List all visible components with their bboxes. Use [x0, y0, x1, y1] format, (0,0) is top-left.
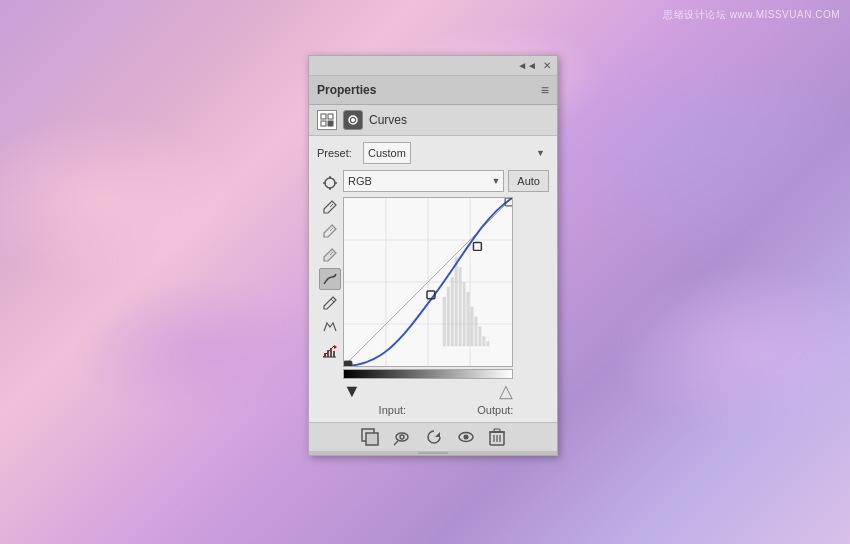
- svg-line-14: [331, 299, 334, 302]
- collapse-left-icon[interactable]: ◄◄: [517, 60, 537, 71]
- eyedropper-black-tool[interactable]: [319, 196, 341, 218]
- svg-rect-34: [470, 307, 473, 347]
- svg-rect-41: [473, 242, 481, 250]
- pencil-draw-tool[interactable]: [319, 292, 341, 314]
- view-previous-icon[interactable]: [393, 428, 411, 446]
- svg-line-12: [330, 228, 333, 231]
- preset-select[interactable]: Custom: [363, 142, 411, 164]
- preset-label: Preset:: [317, 147, 357, 159]
- svg-rect-0: [321, 114, 326, 119]
- target-adjust-tool[interactable]: [319, 172, 341, 194]
- svg-rect-30: [455, 257, 458, 346]
- panel-grip: [309, 451, 557, 455]
- adjustment-icon-box: [317, 110, 337, 130]
- panel-title: Properties: [317, 83, 376, 97]
- content-with-toolbar: RGB Red Green Blue ▼ Auto: [317, 170, 549, 416]
- reset-to-default-icon[interactable]: [425, 428, 443, 446]
- black-point-slider[interactable]: ▼: [343, 382, 361, 400]
- panel-content: Preset: Custom ▼: [309, 136, 557, 422]
- left-toolbar: [317, 170, 343, 416]
- histogram-tool[interactable]: [319, 340, 341, 362]
- curves-graph[interactable]: [343, 197, 513, 367]
- svg-rect-42: [344, 361, 352, 366]
- grip-handle: [418, 452, 448, 454]
- svg-rect-31: [459, 267, 462, 346]
- curves-mode-icon-box: [343, 110, 363, 130]
- output-label: Output:: [477, 404, 513, 416]
- svg-rect-1: [328, 114, 333, 119]
- svg-rect-2: [321, 121, 326, 126]
- svg-point-6: [325, 178, 335, 188]
- svg-point-46: [396, 433, 408, 441]
- svg-rect-54: [494, 429, 500, 432]
- preset-select-wrapper: Custom ▼: [363, 142, 549, 164]
- panel-title-row: Properties: [317, 83, 376, 97]
- main-graph-area: RGB Red Green Blue ▼ Auto: [343, 170, 549, 416]
- io-row: Input: Output:: [343, 404, 549, 416]
- svg-rect-35: [474, 317, 477, 347]
- svg-rect-29: [451, 277, 454, 346]
- svg-rect-27: [443, 297, 446, 346]
- preset-dropdown-arrow: ▼: [536, 148, 545, 158]
- input-label: Input:: [379, 404, 407, 416]
- svg-rect-33: [467, 292, 470, 346]
- grid-icon: [320, 113, 334, 127]
- toggle-visibility-icon[interactable]: [457, 428, 475, 446]
- svg-point-47: [400, 435, 404, 439]
- curves-subheader: Curves: [309, 105, 557, 136]
- svg-rect-38: [486, 341, 489, 346]
- panel-header: Properties ≡: [309, 76, 557, 105]
- svg-point-51: [464, 435, 469, 440]
- panel-menu-icon[interactable]: ≡: [541, 82, 549, 98]
- channel-select[interactable]: RGB Red Green Blue: [343, 170, 504, 192]
- eyedropper-gray-tool[interactable]: [319, 220, 341, 242]
- svg-rect-18: [333, 351, 335, 357]
- channel-row: RGB Red Green Blue ▼ Auto: [343, 170, 549, 192]
- camera-icon: [346, 113, 360, 127]
- curves-svg: [344, 198, 512, 366]
- close-icon[interactable]: ✕: [543, 60, 551, 71]
- svg-rect-3: [328, 121, 333, 126]
- eyedropper-white-tool[interactable]: [319, 244, 341, 266]
- sliders-row: ▼ △: [343, 382, 513, 400]
- add-mask-icon[interactable]: [361, 428, 379, 446]
- svg-rect-28: [447, 287, 450, 346]
- auto-button[interactable]: Auto: [508, 170, 549, 192]
- svg-line-48: [394, 441, 398, 445]
- svg-rect-36: [478, 326, 481, 346]
- preset-row: Preset: Custom ▼: [317, 142, 549, 164]
- svg-rect-45: [366, 433, 378, 445]
- panel-footer: [309, 422, 557, 451]
- delete-layer-icon[interactable]: [489, 428, 505, 446]
- panel-top-bar: ◄◄ ✕: [309, 56, 557, 76]
- svg-marker-49: [435, 432, 440, 437]
- svg-point-5: [351, 118, 355, 122]
- channel-select-wrapper: RGB Red Green Blue ▼: [343, 170, 504, 192]
- svg-rect-37: [482, 336, 485, 346]
- svg-rect-32: [463, 282, 466, 346]
- curves-label: Curves: [369, 113, 407, 127]
- svg-line-11: [330, 204, 333, 207]
- white-point-slider[interactable]: △: [499, 382, 513, 400]
- gradient-strip: [343, 369, 513, 379]
- properties-panel: ◄◄ ✕ Properties ≡ Curves: [308, 55, 558, 456]
- smooth-curve-tool[interactable]: [319, 316, 341, 338]
- curve-point-tool[interactable]: [319, 268, 341, 290]
